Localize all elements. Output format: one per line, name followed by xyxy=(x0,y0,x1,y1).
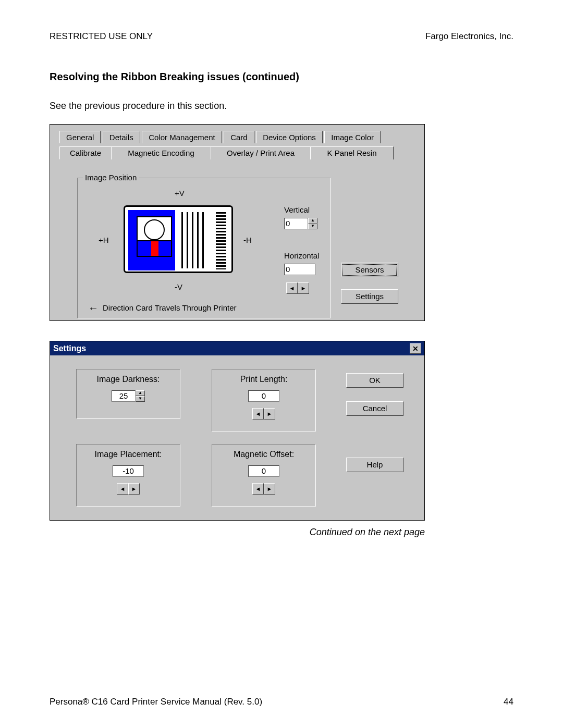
tie-icon xyxy=(151,241,158,256)
help-button[interactable]: Help xyxy=(346,458,403,472)
vertical-label: Vertical xyxy=(284,205,310,214)
page-footer: Persona® C16 Card Printer Service Manual… xyxy=(50,697,513,707)
axis-minus-h: -H xyxy=(243,236,252,244)
card-stripes xyxy=(181,212,204,268)
tab-overlay-print-area[interactable]: Overlay / Print Area xyxy=(211,146,311,159)
tab-card[interactable]: Card xyxy=(224,131,254,143)
tabs-row-1: General Details Color Management Card De… xyxy=(59,131,380,143)
calibrate-tab-panel: General Details Color Management Card De… xyxy=(50,124,425,321)
image-darkness-input[interactable]: 25 xyxy=(112,390,136,402)
header-left: RESTRICTED USE ONLY xyxy=(50,31,153,42)
step-right-icon[interactable]: ► xyxy=(298,282,309,294)
tab-calibrate[interactable]: Calibrate xyxy=(59,146,112,159)
footer-left: Persona® C16 Card Printer Service Manual… xyxy=(50,697,262,707)
horizontal-field-wrap: 0 xyxy=(284,264,315,275)
card-illustration xyxy=(124,205,233,273)
print-length-group: Print Length: 0 ◄► xyxy=(212,369,316,431)
magnetic-offset-group: Magnetic Offset: 0 ◄► xyxy=(212,444,316,507)
step-left-icon[interactable]: ◄ xyxy=(252,483,264,495)
continued-note: Continued on the next page xyxy=(50,527,425,538)
horizontal-input[interactable]: 0 xyxy=(284,264,315,275)
card-blue-panel xyxy=(128,210,175,270)
step-left-icon[interactable]: ◄ xyxy=(286,282,298,294)
print-length-stepper[interactable]: ◄► xyxy=(252,408,275,419)
tab-image-color[interactable]: Image Color xyxy=(324,131,381,143)
settings-title: Settings xyxy=(53,344,86,353)
tab-device-options[interactable]: Device Options xyxy=(256,131,323,143)
tab-magnetic-encoding[interactable]: Magnetic Encoding xyxy=(111,146,211,159)
card-photo xyxy=(137,216,172,257)
step-right-icon[interactable]: ► xyxy=(264,408,275,419)
axis-plus-h: +H xyxy=(99,236,109,244)
footer-page-number: 44 xyxy=(504,697,513,707)
tab-body: Image Position +V -V +H -H ← xyxy=(59,161,415,315)
tab-details[interactable]: Details xyxy=(103,131,140,143)
magnetic-offset-label: Magnetic Offset: xyxy=(219,450,308,459)
print-length-input[interactable]: 0 xyxy=(248,390,279,402)
direction-text: Direction Card Travels Through Printer xyxy=(103,303,237,312)
image-darkness-label: Image Darkness: xyxy=(84,375,173,384)
ok-button[interactable]: OK xyxy=(346,373,403,388)
intro-text: See the previous procedure in this secti… xyxy=(50,101,513,112)
sensors-button[interactable]: Sensors xyxy=(341,263,398,277)
settings-titlebar: Settings ✕ xyxy=(50,341,424,355)
tab-general[interactable]: General xyxy=(59,131,101,143)
close-icon[interactable]: ✕ xyxy=(410,343,421,354)
step-right-icon[interactable]: ► xyxy=(128,483,140,495)
arrow-left-icon: ← xyxy=(88,302,99,314)
vertical-field-wrap: 0▲▼ xyxy=(284,218,317,229)
tabs-row-2: Calibrate Magnetic Encoding Overlay / Pr… xyxy=(59,146,393,159)
print-length-label: Print Length: xyxy=(219,375,308,384)
page-header: RESTRICTED USE ONLY Fargo Electronics, I… xyxy=(50,31,513,42)
step-left-icon[interactable]: ◄ xyxy=(117,483,128,495)
horizontal-stepper[interactable]: ◄► xyxy=(286,282,309,294)
image-position-group: Image Position +V -V +H -H ← xyxy=(77,178,331,318)
vertical-spinner[interactable]: ▲▼ xyxy=(308,218,317,229)
tab-k-panel-resin[interactable]: K Panel Resin xyxy=(310,146,394,159)
card-barcode xyxy=(216,212,226,269)
image-placement-label: Image Placement: xyxy=(84,450,173,459)
header-right: Fargo Electronics, Inc. xyxy=(425,31,513,42)
tab-color-management[interactable]: Color Management xyxy=(142,131,222,143)
step-right-icon[interactable]: ► xyxy=(264,483,275,495)
image-darkness-group: Image Darkness: 25▲▼ xyxy=(76,369,180,419)
magnetic-offset-stepper[interactable]: ◄► xyxy=(252,483,275,495)
image-darkness-spinner[interactable]: ▲▼ xyxy=(136,390,145,402)
image-placement-input[interactable]: -10 xyxy=(113,465,144,477)
image-placement-stepper[interactable]: ◄► xyxy=(117,483,140,495)
step-left-icon[interactable]: ◄ xyxy=(252,408,264,419)
settings-body: Image Darkness: 25▲▼ Print Length: 0 ◄► … xyxy=(50,355,424,520)
settings-dialog: Settings ✕ Image Darkness: 25▲▼ Print Le… xyxy=(50,341,425,521)
horizontal-label: Horizontal xyxy=(284,251,320,260)
vertical-input[interactable]: 0 xyxy=(284,218,308,229)
axis-minus-v: -V xyxy=(175,282,182,291)
image-placement-group: Image Placement: -10 ◄► xyxy=(76,444,180,507)
cancel-button[interactable]: Cancel xyxy=(346,401,403,416)
face-icon xyxy=(144,219,165,240)
magnetic-offset-input[interactable]: 0 xyxy=(248,465,279,477)
axis-plus-v: +V xyxy=(175,189,185,198)
section-title: Resolving the Ribbon Breaking issues (co… xyxy=(50,71,513,83)
group-label: Image Position xyxy=(83,173,139,182)
settings-button[interactable]: Settings xyxy=(341,289,398,304)
